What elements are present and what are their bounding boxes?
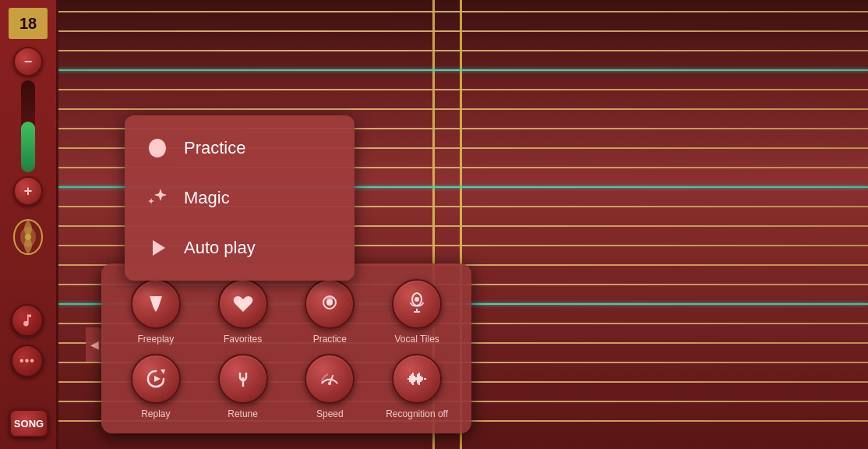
magic-icon [143,184,171,212]
mode-practice[interactable]: Practice [125,123,355,173]
mode-menu: Practice Magic Auto play [125,115,355,281]
practice-item[interactable]: Practice [290,279,371,345]
vocal-tiles-label: Vocal Tiles [394,334,439,345]
magic-label: Magic [184,188,230,208]
string-1 [58,30,868,32]
svg-point-15 [328,382,331,385]
volume-slider[interactable] [20,80,36,173]
string-3 [58,69,868,71]
decorative-ornament [9,214,48,260]
retune-item[interactable]: Retune [203,354,284,419]
retune-label: Retune [228,408,258,419]
music-button[interactable] [11,304,44,337]
practice-label: Practice [184,138,245,158]
freeplay-button[interactable] [131,279,181,329]
replay-item[interactable]: Replay [115,354,196,419]
replay-button[interactable] [131,354,181,404]
speed-button[interactable] [305,354,355,404]
string-2 [58,50,868,51]
speed-label: Speed [316,408,344,419]
bottom-panel: Freeplay Favorites Practice [101,263,471,433]
more-button[interactable]: ••• [11,345,44,377]
autoplay-icon [143,234,171,262]
bottom-grid: Freeplay Favorites Practice [115,279,457,419]
practice-icon [143,134,171,162]
svg-marker-11 [154,376,161,382]
vocal-tiles-item[interactable]: Vocal Tiles [376,279,457,345]
freeplay-item[interactable]: Freeplay [115,279,196,345]
recognition-off-item[interactable]: Recognition off [376,354,457,419]
mode-magic[interactable]: Magic [125,173,355,223]
volume-minus-button[interactable]: − [13,47,43,76]
vocal-tiles-button[interactable] [392,279,442,329]
favorites-button[interactable] [218,279,268,329]
freeplay-label: Freeplay [138,334,175,345]
volume-plus-button[interactable]: + [13,176,43,206]
svg-marker-10 [161,369,165,374]
string-5 [58,108,868,110]
left-panel: 18 − + ••• SONG [0,0,58,449]
favorites-item[interactable]: Favorites [203,279,284,345]
string-4 [58,89,868,90]
practice-btn-label: Practice [313,334,347,345]
practice-button[interactable] [305,279,355,329]
svg-point-7 [415,297,419,302]
song-button[interactable]: SONG [9,409,48,437]
autoplay-label: Auto play [184,238,256,258]
svg-point-2 [25,234,31,240]
mode-autoplay[interactable]: Auto play [125,223,355,273]
recognition-off-button[interactable] [392,354,442,404]
volume-fill [21,122,35,172]
number-badge: 18 [9,8,48,39]
svg-marker-3 [153,240,165,256]
speed-item[interactable]: Speed [290,354,371,419]
recognition-off-label: Recognition off [386,408,448,419]
collapse-arrow[interactable]: ◀ [86,327,103,362]
volume-control: − + [13,47,43,206]
favorites-label: Favorites [224,334,262,345]
retune-button[interactable] [218,354,268,404]
replay-label: Replay [141,408,170,419]
string-0 [58,11,868,12]
